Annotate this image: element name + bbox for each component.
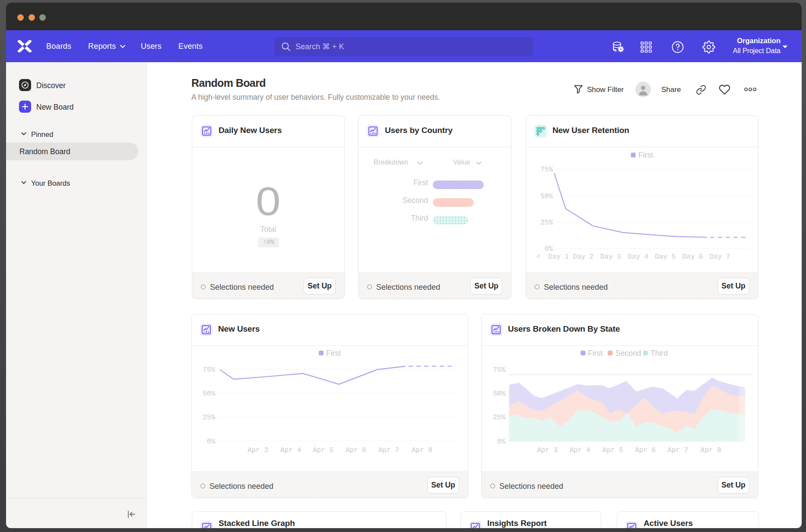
svg-text:25%: 25%	[540, 219, 553, 227]
svg-text:Apr 4: Apr 4	[569, 446, 590, 454]
svg-text:25%: 25%	[203, 414, 215, 421]
svg-text:Day 4: Day 4	[628, 253, 648, 261]
svg-text:Apr 6: Apr 6	[346, 446, 366, 454]
svg-text:First: First	[588, 349, 603, 358]
svg-text:Third: Third	[651, 349, 668, 358]
svg-text:<: <	[536, 253, 541, 261]
svg-text:Apr 7: Apr 7	[667, 446, 688, 454]
svg-text:Apr 8: Apr 8	[701, 446, 721, 454]
svg-text:First: First	[638, 151, 653, 159]
svg-text:Apr 7: Apr 7	[378, 446, 399, 454]
svg-text:Day 6: Day 6	[682, 253, 703, 261]
svg-text:Apr 3: Apr 3	[248, 446, 268, 454]
svg-text:75%: 75%	[493, 366, 505, 374]
svg-text:75%: 75%	[203, 366, 215, 374]
svg-text:75%: 75%	[540, 166, 553, 174]
svg-text:Apr 4: Apr 4	[280, 446, 301, 454]
svg-text:Apr 5: Apr 5	[313, 446, 333, 454]
svg-text:Apr 3: Apr 3	[537, 446, 558, 454]
svg-text:Apr 5: Apr 5	[603, 446, 623, 454]
svg-text:First: First	[326, 349, 341, 358]
svg-text:Second: Second	[616, 349, 641, 358]
svg-text:Day 3: Day 3	[600, 253, 621, 261]
svg-text:Day 2: Day 2	[573, 253, 593, 261]
svg-text:50%: 50%	[493, 390, 505, 398]
svg-text:Day 5: Day 5	[655, 253, 676, 261]
svg-text:50%: 50%	[203, 390, 215, 398]
svg-text:Apr 8: Apr 8	[412, 446, 432, 454]
svg-text:0%: 0%	[497, 438, 506, 446]
svg-text:Day 1: Day 1	[548, 253, 569, 261]
svg-text:0%: 0%	[545, 245, 553, 253]
svg-text:Day 7: Day 7	[710, 253, 730, 261]
svg-text:25%: 25%	[493, 414, 505, 421]
svg-text:0%: 0%	[207, 438, 216, 446]
svg-text:Apr 6: Apr 6	[635, 446, 656, 454]
svg-text:50%: 50%	[540, 193, 553, 200]
